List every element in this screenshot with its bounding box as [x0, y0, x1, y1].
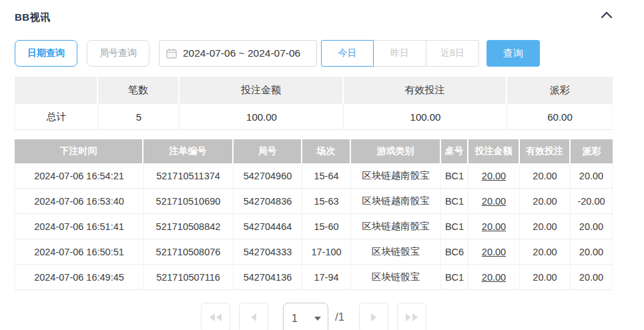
- bet-records-table: 下注时间 注单编号 局号 场次 游戏类别 桌号 投注金额 有效投注 派彩 202…: [15, 139, 613, 290]
- bet-amount-link[interactable]: 20.00: [468, 265, 520, 289]
- valid-bet-cell: 20.00: [520, 214, 571, 239]
- records-header-row: 下注时间 注单编号 局号 场次 游戏类别 桌号 投注金额 有效投注 派彩: [15, 139, 613, 163]
- table-row: 2024-07-06 16:50:51521710508076542704333…: [15, 239, 613, 265]
- right-arrow-icon: [371, 313, 376, 321]
- last-8-days-button[interactable]: 近8日: [426, 40, 479, 67]
- table-no-cell: BC1: [441, 189, 468, 213]
- summary-header-payout: 派彩: [507, 77, 613, 104]
- filter-bar: 日期查询 局号查询 2024-07-06 ~ 2024-07-06 今日 昨日 …: [15, 40, 644, 67]
- order-no-cell: 521710508842: [143, 214, 234, 239]
- bet-amount-link[interactable]: 20.00: [468, 189, 520, 213]
- summary-payout-value: 60.00: [507, 104, 613, 129]
- quick-range-group: 今日 昨日 近8日: [321, 40, 479, 67]
- header-order-no: 注单编号: [143, 139, 234, 163]
- calendar-icon: [166, 48, 177, 59]
- next-page-button[interactable]: [359, 303, 388, 330]
- header-session: 场次: [302, 139, 351, 163]
- table-row: 2024-07-06 16:51:41521710508842542704464…: [15, 214, 613, 239]
- round-no-cell: 542704136: [234, 265, 302, 289]
- order-no-cell: 521710507116: [143, 265, 234, 289]
- game-type-cell: 区块链越南骰宝: [351, 189, 441, 213]
- game-type-cell: 区块链骰宝: [351, 239, 441, 264]
- table-no-cell: BC6: [441, 239, 468, 264]
- bet-amount-link[interactable]: 20.00: [468, 214, 520, 239]
- order-no-cell: 521710511374: [143, 163, 234, 188]
- payout-cell: 20.00: [571, 163, 613, 188]
- panel-header: BB视讯: [15, 11, 644, 24]
- summary-table: 笔数 投注金额 有效投注 派彩 总计 5 100.00 100.00 60.00: [15, 77, 613, 130]
- order-no-cell: 521710508076: [143, 239, 234, 264]
- round-no-cell: 542704464: [234, 214, 302, 239]
- summary-count-value: 5: [98, 104, 180, 129]
- payout-cell: 20.00: [571, 214, 613, 239]
- table-no-cell: BC1: [441, 163, 468, 188]
- round-no-cell: 542704960: [234, 163, 302, 188]
- payout-cell: 20.00: [571, 265, 613, 289]
- today-button[interactable]: 今日: [321, 40, 374, 67]
- total-pages-label: /1: [335, 303, 344, 330]
- summary-header-blank: [15, 77, 98, 104]
- yesterday-button[interactable]: 昨日: [374, 40, 426, 67]
- round-no-cell: 542704333: [234, 239, 302, 264]
- previous-page-button[interactable]: [239, 303, 268, 330]
- summary-valid-bet-value: 100.00: [344, 104, 507, 129]
- table-no-cell: BC1: [441, 265, 468, 289]
- summary-total-row: 总计 5 100.00 100.00 60.00: [15, 104, 613, 130]
- header-table-no: 桌号: [441, 139, 468, 163]
- date-range-input[interactable]: 2024-07-06 ~ 2024-07-06: [159, 40, 317, 67]
- last-page-button[interactable]: [397, 303, 426, 330]
- summary-bet-amount-value: 100.00: [180, 104, 344, 129]
- payout-cell: 20.00: [571, 239, 613, 264]
- chevron-down-icon: [314, 317, 321, 321]
- bet-time-cell: 2024-07-06 16:54:21: [15, 163, 143, 188]
- bet-amount-link[interactable]: 20.00: [468, 163, 520, 188]
- table-row: 2024-07-06 16:49:45521710507116542704136…: [15, 265, 613, 290]
- bet-time-cell: 2024-07-06 16:50:51: [15, 239, 143, 264]
- date-query-tab[interactable]: 日期查询: [15, 40, 77, 67]
- bet-time-cell: 2024-07-06 16:49:45: [15, 265, 143, 289]
- summary-header-count: 笔数: [98, 77, 180, 104]
- date-range-value: 2024-07-06 ~ 2024-07-06: [183, 47, 300, 59]
- table-row: 2024-07-06 16:54:21521710511374542704960…: [15, 163, 613, 189]
- summary-total-label: 总计: [15, 104, 98, 129]
- bb-video-panel: BB视讯 日期查询 局号查询 2024-07-06 ~ 2024-07-06 今…: [0, 0, 644, 330]
- session-cell: 15-63: [302, 189, 351, 213]
- pagination: 1 /1: [15, 303, 613, 330]
- table-no-cell: BC1: [441, 214, 468, 239]
- valid-bet-cell: 20.00: [520, 265, 571, 289]
- game-type-cell: 区块链越南骰宝: [351, 214, 441, 239]
- collapse-chevron-up-icon[interactable]: [600, 9, 613, 21]
- order-no-cell: 521710510690: [143, 189, 234, 213]
- session-cell: 15-60: [302, 214, 351, 239]
- header-game-type: 游戏类别: [351, 139, 441, 163]
- query-button[interactable]: 查询: [487, 40, 540, 67]
- page-title: BB视讯: [15, 11, 51, 24]
- header-bet-amount: 投注金额: [468, 139, 520, 163]
- session-cell: 15-64: [302, 163, 351, 188]
- header-valid-bet: 有效投注: [520, 139, 571, 163]
- summary-header-bet-amount: 投注金额: [180, 77, 344, 104]
- valid-bet-cell: 20.00: [520, 163, 571, 188]
- table-row: 2024-07-06 16:53:40521710510690542704836…: [15, 189, 613, 214]
- session-cell: 17-94: [302, 265, 351, 289]
- left-arrow-icon: [251, 313, 256, 321]
- bet-amount-link[interactable]: 20.00: [468, 239, 520, 264]
- valid-bet-cell: 20.00: [520, 189, 571, 213]
- first-page-button[interactable]: [201, 303, 230, 330]
- round-no-cell: 542704836: [234, 189, 302, 213]
- header-payout: 派彩: [571, 139, 613, 163]
- double-right-arrow-icon: [406, 313, 411, 321]
- session-cell: 17-100: [302, 239, 351, 264]
- bet-time-cell: 2024-07-06 16:53:40: [15, 189, 143, 213]
- header-bet-time: 下注时间: [15, 139, 143, 163]
- bet-time-cell: 2024-07-06 16:51:41: [15, 214, 143, 239]
- page-select[interactable]: 1: [283, 303, 328, 330]
- payout-cell: -20.00: [571, 189, 613, 213]
- valid-bet-cell: 20.00: [520, 239, 571, 264]
- double-left-arrow-icon: [210, 313, 215, 321]
- header-round-no: 局号: [234, 139, 302, 163]
- game-type-cell: 区块链骰宝: [351, 265, 441, 289]
- page-select-value: 1: [292, 313, 314, 325]
- game-type-cell: 区块链越南骰宝: [351, 163, 441, 188]
- round-query-tab[interactable]: 局号查询: [87, 40, 149, 67]
